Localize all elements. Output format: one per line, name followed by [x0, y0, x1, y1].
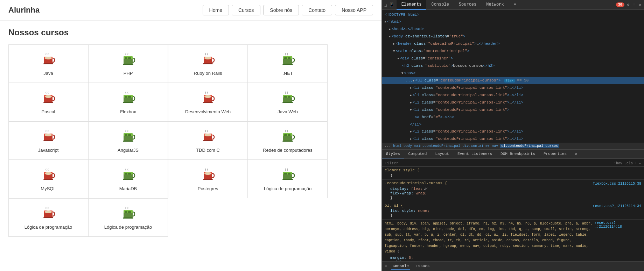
course-card[interactable]: Lógica de programação [88, 198, 168, 237]
issues-tab[interactable]: Issues [414, 263, 431, 270]
svg-rect-12 [203, 63, 213, 64]
tab-sources[interactable]: Sources [454, 0, 481, 10]
course-icon [40, 206, 57, 222]
svg-rect-30 [203, 102, 213, 103]
svg-rect-26 [123, 102, 133, 103]
css-rule-ol-ul: ol, ul { reset.css?_:21126114:34 list-st… [382, 202, 644, 220]
tab-properties[interactable]: Properties [539, 150, 571, 158]
nav-app[interactable]: Nosso APP [335, 5, 373, 15]
dom-anchor[interactable]: <a href="#">…</a> [382, 114, 644, 121]
phone-icon[interactable]: 📱 [389, 2, 394, 8]
course-card[interactable]: Javascript [8, 121, 88, 160]
tab-styles[interactable]: Styles [382, 150, 404, 158]
nav-contato[interactable]: Contato [302, 5, 332, 15]
error-badge: 30 [616, 2, 624, 7]
course-card[interactable]: Pascal [8, 83, 88, 121]
css-source-ol-ul[interactable]: reset.css?_:21126114:34 [593, 204, 641, 208]
svg-point-74 [45, 211, 52, 213]
css-closing: } [385, 173, 641, 178]
filter-input[interactable] [385, 161, 612, 165]
tab-more-bottom[interactable]: » [571, 150, 582, 158]
dom-nav[interactable]: ▼<nav> [382, 70, 644, 77]
course-card[interactable]: Postegres [168, 160, 248, 198]
course-card[interactable]: MariaDB [88, 160, 168, 198]
tab-network[interactable]: Network [481, 0, 509, 10]
bottom-tabs: Styles Computed Layout Event Listeners D… [382, 150, 644, 159]
course-name: TDD com C [196, 148, 220, 153]
dom-body[interactable]: ▼<body cz-shortcut-listen="true"> [382, 33, 644, 40]
bottom-panel: Styles Computed Layout Event Listeners D… [382, 149, 644, 261]
svg-point-47 [204, 134, 211, 136]
dom-li-3[interactable]: ▶<li class="conteudoPrincipal-cursos-lin… [382, 99, 644, 106]
close-icon[interactable]: ✕ [639, 2, 641, 7]
svg-rect-60 [125, 173, 127, 174]
course-name: Pascal [41, 109, 55, 114]
course-icon [40, 52, 57, 69]
svg-rect-52 [288, 134, 290, 136]
styles-panel: :hov .cls + ✏ element.style { } .conteud… [382, 159, 644, 261]
tab-more[interactable]: » [509, 0, 521, 10]
nav-cursos[interactable]: Cursos [232, 5, 260, 15]
svg-point-56 [45, 172, 52, 175]
svg-point-29 [204, 95, 211, 98]
css-long-source[interactable]: reset.css?_:21126114:18 [595, 221, 641, 229]
dom-header[interactable]: ▶<header class="cabecalhoPrincipal">…</h… [382, 40, 644, 48]
dom-li-4[interactable]: ▼<li class="conteudoPrincipal-cursos-lin… [382, 106, 644, 114]
nav-sobre[interactable]: Sobre nós [263, 5, 299, 15]
course-card[interactable]: Lógica de programação [248, 160, 328, 198]
svg-rect-15 [284, 57, 287, 59]
dom-li-1[interactable]: ▶<li class="conteudoPrincipal-cursos-lin… [382, 84, 644, 92]
dom-h2[interactable]: <h2 class="subtitulo">Nossos cursos</h2> [382, 62, 644, 70]
svg-rect-33 [284, 96, 287, 98]
course-card[interactable]: TDD com C [168, 121, 248, 160]
tab-dom-breakpoints[interactable]: DOM Breakpoints [496, 150, 539, 158]
dom-li-5[interactable]: ▶<li class="conteudoPrincipal-cursos-lin… [382, 128, 644, 135]
course-card[interactable]: Java Web [248, 83, 328, 121]
svg-rect-35 [282, 102, 293, 103]
tab-computed[interactable]: Computed [404, 150, 431, 158]
dom-li-6[interactable]: ▶<li class="conteudoPrincipal-cursos-lin… [382, 135, 644, 143]
dom-ul[interactable]: ...▼<ul class="conteudoPrincipal-cursos"… [382, 77, 644, 84]
svg-rect-3 [43, 63, 53, 64]
course-name: Desenvolvimento Web [185, 109, 231, 114]
course-name: AngularJS [118, 148, 139, 153]
console-tab[interactable]: Console [391, 263, 410, 270]
cursor-icon[interactable]: ⬚ [384, 2, 387, 8]
course-icon [40, 129, 57, 145]
devtools-left-icons: ⬚ 📱 [382, 2, 397, 8]
dom-head[interactable]: ▶<head>…</head> [382, 26, 644, 33]
svg-point-20 [45, 95, 52, 98]
dom-li-2[interactable]: ▶<li class="conteudoPrincipal-cursos-lin… [382, 92, 644, 99]
course-icon [120, 167, 136, 184]
css-source-cursos[interactable]: flexbox.css:21126115:38 [593, 182, 641, 186]
course-card[interactable]: Java [8, 44, 88, 83]
course-name: MariaDB [119, 186, 137, 191]
tab-console[interactable]: Console [426, 0, 454, 10]
settings-icon[interactable]: ⚙ [627, 2, 630, 7]
tab-elements[interactable]: Elements [397, 0, 427, 10]
course-card[interactable]: PHP [88, 44, 168, 83]
course-card[interactable]: Redes de computadores [248, 121, 328, 160]
course-card[interactable]: Ruby on Rails [168, 44, 248, 83]
svg-rect-8 [123, 64, 133, 65]
course-card[interactable]: AngularJS [88, 121, 168, 160]
svg-rect-53 [282, 141, 293, 142]
course-card[interactable]: Flexbox [88, 83, 168, 121]
course-card[interactable]: .NET [248, 44, 328, 83]
css-closing-cursos: } [385, 196, 641, 200]
course-card[interactable]: MySQL [8, 160, 88, 198]
course-card[interactable]: Lógica de programação [8, 198, 88, 237]
tab-event-listeners[interactable]: Event Listeners [453, 150, 496, 158]
svg-rect-62 [123, 179, 133, 180]
dom-div-container[interactable]: ▼<div class="container"> [382, 55, 644, 62]
course-icon [200, 90, 216, 107]
dom-main[interactable]: ▼<main class="conteudoPrincipal"> [382, 48, 644, 55]
course-card[interactable]: Desenvolvimento Web [168, 83, 248, 121]
course-name: Redes de computadores [263, 148, 313, 153]
more-icon[interactable]: ⋮ [632, 2, 636, 7]
css-prop-flex-wrap: flex-wrap: wrap; [385, 191, 641, 195]
course-icon [279, 129, 296, 145]
nav-home[interactable]: Home [203, 5, 229, 15]
dom-html[interactable]: ▶<html> [382, 18, 644, 26]
tab-layout[interactable]: Layout [431, 150, 453, 158]
